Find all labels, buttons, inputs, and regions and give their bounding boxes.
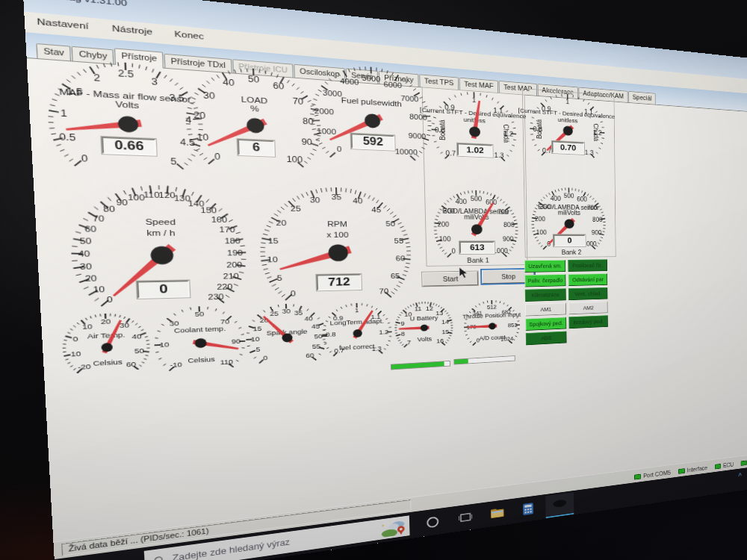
svg-text:0: 0 [291,289,296,298]
svg-text:1.2: 1.2 [379,329,388,336]
indicator-button-abs[interactable]: ABS [526,332,567,346]
svg-text:180: 180 [225,237,241,245]
svg-text:853: 853 [508,322,518,328]
gauge-hub [421,324,428,332]
svg-text:0: 0 [81,153,87,164]
mouse-cursor-icon [459,267,469,280]
indicator-button-klimatizace[interactable]: Klimatizace [525,288,566,302]
indicator-button-posilova-z-[interactable]: Posilovač říz. [568,259,607,272]
side-label-rich: Bohatá [438,119,447,140]
cortana-icon[interactable] [417,509,448,535]
gauge-ego-bank2: 01002003004005006007008009001000EGO/LAMB… [526,181,611,265]
svg-text:70: 70 [292,96,303,107]
gauge-stft-bank2: 0.70.80.911.11.21.3[Current STFT - Desir… [524,86,610,173]
gauge-throttle: 01703415126828531024Throttle Position In… [458,294,526,358]
gauge-hub [469,126,480,137]
calculator-icon[interactable] [514,497,542,522]
svg-text:8: 8 [401,330,406,337]
status-item-3: Typ jednotky [741,456,747,467]
svg-text:40: 40 [353,196,362,205]
svg-text:10: 10 [159,340,170,349]
svg-text:110: 110 [220,358,233,367]
svg-text:5: 5 [170,156,177,167]
svg-text:100: 100 [439,235,451,243]
svg-text:12: 12 [426,305,433,312]
svg-text:50: 50 [195,310,205,318]
gauge-stft-bank1: 0.70.80.911.11.21.3[Current STFT - Desir… [424,83,522,178]
svg-text:200: 200 [438,221,450,228]
svg-text:600: 600 [577,196,587,202]
indicator-button-uzav-en-sm-[interactable]: Uzavřená sm. [524,260,565,273]
search-icon [153,555,165,560]
gauge-title: EGO/LAMBDA sensormiliVolts [442,208,509,221]
svg-text:2: 2 [93,72,100,83]
weather-widget[interactable] [380,517,406,538]
gauge-title: Fuel pulsewidth [341,96,402,108]
svg-text:50: 50 [79,237,92,246]
indicator-button-am1[interactable]: AM1 [525,302,566,316]
svg-text:10: 10 [267,255,279,264]
svg-text:60: 60 [396,255,406,263]
active-app-icon[interactable] [545,492,574,518]
svg-text:40: 40 [131,332,142,340]
svg-text:60: 60 [306,352,314,360]
svg-text:10: 10 [93,285,105,294]
status-item-label: ECU [723,461,734,469]
svg-text:5: 5 [276,273,282,282]
gauge-hub [489,323,496,329]
svg-text:0: 0 [72,335,78,343]
svg-text:210: 210 [223,273,239,281]
svg-text:65: 65 [391,272,400,280]
gauge-ego-bank1: 01002003004005006007008009001000EGO/LAMB… [427,184,524,274]
chevron-up-icon[interactable]: ^ [738,471,742,479]
svg-text:Volts: Volts [417,335,432,343]
tab-speci-l[interactable]: Speciál [628,91,656,105]
svg-text:RPM: RPM [327,220,347,228]
indicator-button-vent-chlad-[interactable]: Vent. chlad. [568,287,608,300]
svg-text:0: 0 [214,152,220,161]
svg-text:-10: -10 [67,349,81,358]
gauge-airtemp: -20-100102030405060Air Temp.Celsius [52,306,158,390]
svg-text:15: 15 [267,236,279,245]
svg-text:Celsius: Celsius [93,358,123,367]
svg-text:200: 200 [226,261,243,270]
svg-text:4000: 4000 [340,77,359,87]
svg-text:50: 50 [248,74,260,84]
start-button[interactable]: Start [422,271,478,286]
svg-text:40: 40 [304,314,313,323]
indicator-button-ods-v-n-par[interactable]: Odsávání par [568,273,608,286]
svg-text:100: 100 [128,193,146,202]
indicator-button-brzdov-ped-[interactable]: Brzdový ped. [568,315,607,329]
svg-text:10: 10 [196,132,208,143]
svg-text:500: 500 [471,195,482,202]
svg-text:60: 60 [273,81,284,91]
svg-text:2000: 2000 [314,107,335,116]
svg-text:500: 500 [564,193,574,199]
gauge-title: LOAD% [241,95,268,114]
indicator-button-spojkov-ped-[interactable]: Spojkový ped. [525,317,566,331]
indicator-button-paliv-erpadlo[interactable]: Paliv. čerpadlo [524,274,565,287]
svg-text:Fuel pulsewidth: Fuel pulsewidth [341,96,402,108]
laptop-screen: ProDiag v1.31.00 NastaveníNástrojeKonec … [22,0,747,560]
svg-text:15: 15 [252,325,262,333]
gauge-display-rpm: 712 [316,274,362,291]
led-icon [678,468,685,474]
svg-text:40: 40 [78,249,90,258]
task-view-icon[interactable] [450,505,480,531]
gauge-title: RPMx 100 [326,220,349,239]
svg-text:Volts: Volts [115,99,139,111]
svg-text:30: 30 [282,308,291,316]
svg-text:5: 5 [255,346,261,354]
svg-text:1000: 1000 [317,127,337,136]
svg-text:30: 30 [80,262,93,271]
file-explorer-icon[interactable] [483,500,512,526]
svg-text:9000: 9000 [408,132,426,141]
indicator-button-am2[interactable]: AM2 [568,302,608,315]
svg-text:7000: 7000 [400,94,418,103]
svg-text:400: 400 [455,198,467,205]
svg-text:900: 900 [503,236,514,243]
gauge-hub [118,116,139,133]
svg-text:10: 10 [251,335,261,343]
svg-text:6000: 6000 [384,80,403,90]
svg-text:40: 40 [223,77,235,87]
